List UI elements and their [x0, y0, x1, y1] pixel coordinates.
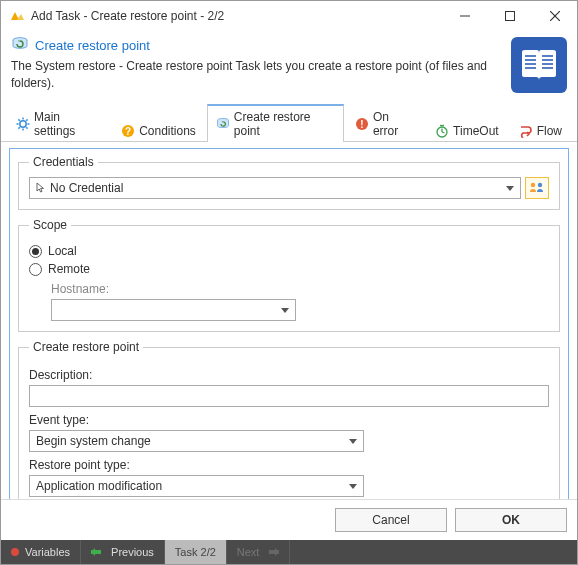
ok-button[interactable]: OK	[455, 508, 567, 532]
tab-label: Flow	[537, 124, 562, 138]
svg-text:!: !	[360, 119, 363, 130]
svg-line-29	[442, 132, 445, 133]
restore-icon	[216, 117, 230, 131]
tab-panel: Credentials No Credential Scope Local	[9, 148, 569, 499]
cancel-button[interactable]: Cancel	[335, 508, 447, 532]
status-variables[interactable]: Variables	[1, 540, 81, 564]
scope-group: Scope Local Remote Hostname:	[18, 218, 560, 332]
next-icon	[265, 546, 279, 558]
tab-conditions[interactable]: ? Conditions	[112, 119, 205, 142]
radio-label: Remote	[48, 262, 90, 276]
scope-remote-radio[interactable]: Remote	[29, 262, 549, 276]
tabbar: Main settings ? Conditions Create restor…	[1, 103, 577, 142]
prev-icon	[91, 546, 105, 558]
question-icon: ?	[121, 124, 135, 138]
maximize-button[interactable]	[487, 1, 532, 31]
window: Add Task - Create restore point - 2/2 Cr…	[0, 0, 578, 565]
help-book-icon[interactable]	[511, 37, 567, 93]
cursor-icon	[36, 182, 46, 194]
tab-create-restore-point[interactable]: Create restore point	[207, 104, 344, 142]
tab-on-error[interactable]: ! On error	[346, 105, 424, 142]
app-icon	[9, 8, 25, 24]
minimize-button[interactable]	[442, 1, 487, 31]
svg-rect-1	[505, 12, 514, 21]
footer: Cancel OK	[1, 499, 577, 540]
svg-line-21	[18, 127, 19, 128]
status-next: Next	[227, 540, 291, 564]
svg-line-19	[26, 127, 27, 128]
titlebar: Add Task - Create restore point - 2/2	[1, 1, 577, 31]
svg-point-13	[20, 121, 26, 127]
tab-label: Main settings	[34, 110, 101, 138]
statusbar: Variables Previous Task 2/2 Next	[1, 540, 577, 564]
header-description: The System restore - Create restore poin…	[11, 58, 501, 92]
status-task[interactable]: Task 2/2	[165, 540, 227, 564]
restore-icon	[11, 37, 29, 54]
flow-icon	[519, 124, 533, 138]
status-label: Variables	[25, 546, 70, 558]
restore-type-label: Restore point type:	[29, 458, 549, 472]
window-controls	[442, 1, 577, 31]
header-title: Create restore point	[35, 38, 150, 53]
credential-value: No Credential	[50, 181, 123, 195]
tab-label: Create restore point	[234, 110, 335, 138]
svg-line-20	[26, 119, 27, 120]
description-input[interactable]	[29, 385, 549, 407]
dot-icon	[11, 548, 19, 556]
credential-browse-button[interactable]	[525, 177, 549, 199]
event-type-select[interactable]: Begin system change	[29, 430, 364, 452]
description-label: Description:	[29, 368, 549, 382]
header-text: Create restore point The System restore …	[11, 37, 501, 92]
status-label: Task 2/2	[175, 546, 216, 558]
scope-legend: Scope	[29, 218, 71, 232]
scope-local-radio[interactable]: Local	[29, 244, 549, 258]
tab-label: On error	[373, 110, 415, 138]
radio-label: Local	[48, 244, 77, 258]
close-button[interactable]	[532, 1, 577, 31]
svg-text:?: ?	[125, 126, 131, 137]
restore-type-value: Application modification	[36, 479, 162, 493]
tab-timeout[interactable]: TimeOut	[426, 119, 508, 142]
status-label: Previous	[111, 546, 154, 558]
tab-flow[interactable]: Flow	[510, 119, 571, 142]
tab-label: Conditions	[139, 124, 196, 138]
header: Create restore point The System restore …	[1, 31, 577, 103]
gear-icon	[16, 117, 30, 131]
hostname-label: Hostname:	[51, 282, 549, 296]
event-type-label: Event type:	[29, 413, 549, 427]
svg-line-18	[18, 119, 19, 120]
tab-main-settings[interactable]: Main settings	[7, 105, 110, 142]
error-icon: !	[355, 117, 369, 131]
ok-label: OK	[502, 513, 520, 527]
clock-icon	[435, 124, 449, 138]
svg-point-32	[538, 183, 542, 187]
status-label: Next	[237, 546, 260, 558]
cancel-label: Cancel	[372, 513, 409, 527]
restore-type-select[interactable]: Application modification	[29, 475, 364, 497]
svg-point-31	[531, 183, 535, 187]
status-previous[interactable]: Previous	[81, 540, 165, 564]
hostname-row: Hostname:	[51, 282, 549, 321]
window-title: Add Task - Create restore point - 2/2	[31, 9, 442, 23]
content: Credentials No Credential Scope Local	[1, 142, 577, 499]
credentials-group: Credentials No Credential	[18, 155, 560, 210]
credentials-legend: Credentials	[29, 155, 98, 169]
hostname-select[interactable]	[51, 299, 296, 321]
credential-select[interactable]: No Credential	[29, 177, 521, 199]
tab-label: TimeOut	[453, 124, 499, 138]
restore-legend: Create restore point	[29, 340, 143, 354]
radio-icon	[29, 263, 42, 276]
restore-point-group: Create restore point Description: Event …	[18, 340, 560, 499]
event-type-value: Begin system change	[36, 434, 151, 448]
radio-icon	[29, 245, 42, 258]
